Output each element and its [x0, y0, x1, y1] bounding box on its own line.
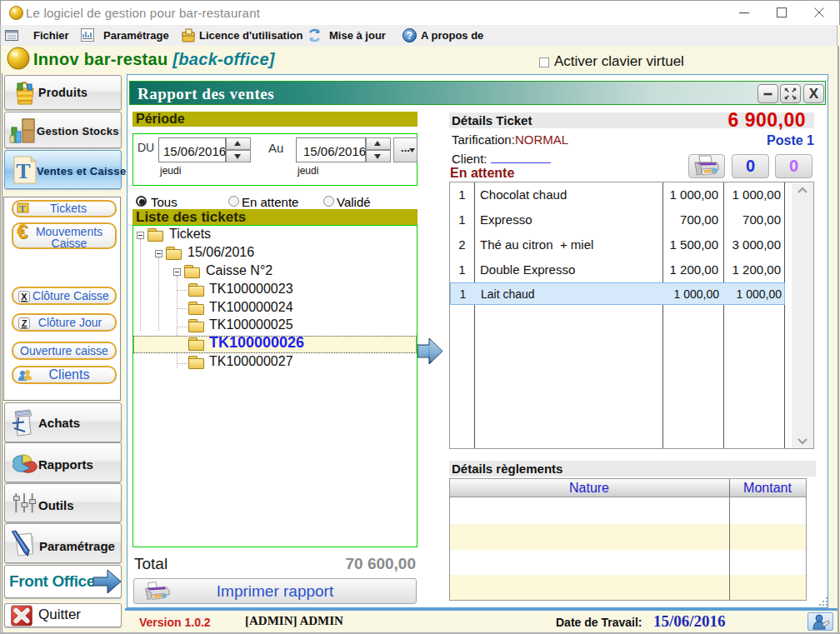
svg-text:?: ?: [407, 30, 412, 42]
svg-text:T: T: [16, 159, 30, 183]
svg-text:T: T: [19, 203, 26, 213]
